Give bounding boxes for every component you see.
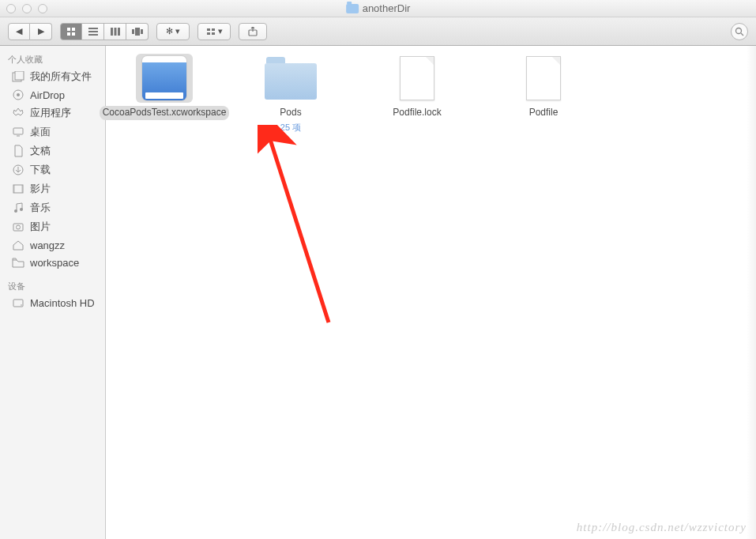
arrange-menu-button[interactable]: ▾	[197, 23, 231, 40]
svg-rect-12	[141, 29, 143, 34]
svg-rect-5	[88, 31, 98, 32]
svg-rect-21	[15, 71, 24, 80]
column-view-button[interactable]	[104, 23, 126, 40]
sidebar-item-home[interactable]: wangzz	[0, 236, 105, 254]
file-item-workspace[interactable]: CocoaPodsTest.xcworkspace	[117, 54, 212, 120]
sidebar-item-downloads[interactable]: 下载	[0, 160, 105, 179]
svg-point-33	[17, 225, 21, 229]
sidebar-item-label: 应用程序	[30, 106, 71, 120]
file-label: Pods	[276, 106, 304, 120]
svg-rect-7	[111, 28, 113, 36]
svg-rect-32	[13, 224, 23, 231]
apps-icon	[11, 107, 25, 119]
list-view-button[interactable]	[82, 23, 104, 40]
sidebar-item-label: workspace	[30, 257, 79, 269]
action-menu-button[interactable]: ✻ ▾	[156, 23, 190, 40]
svg-rect-0	[67, 28, 70, 31]
file-sub: 25 项	[280, 122, 301, 134]
document-icon	[389, 54, 446, 103]
icon-view-button[interactable]	[60, 23, 82, 40]
workspace-icon	[136, 54, 193, 103]
sidebar-item-label: 音乐	[30, 201, 51, 215]
svg-rect-29	[21, 185, 23, 193]
svg-rect-10	[132, 29, 134, 34]
nav-buttons: ◀ ▶	[8, 23, 52, 40]
svg-rect-9	[118, 28, 120, 36]
file-label: CocoaPodsTest.xcworkspace	[100, 106, 230, 120]
devices-header: 设备	[0, 277, 105, 294]
svg-rect-2	[67, 32, 70, 36]
sidebar-item-disk[interactable]: Macintosh HD	[0, 294, 105, 311]
back-button[interactable]: ◀	[8, 23, 30, 40]
zoom-button[interactable]	[38, 4, 47, 13]
document-icon	[515, 54, 572, 103]
sidebar-item-label: 桌面	[30, 125, 51, 139]
window-title: anotherDir	[346, 2, 411, 14]
sidebar-item-movies[interactable]: 影片	[0, 179, 105, 198]
file-item-pods[interactable]: Pods 25 项	[243, 54, 338, 134]
coverflow-view-button[interactable]	[126, 23, 149, 40]
svg-rect-15	[207, 32, 210, 35]
desktop-icon	[11, 126, 25, 138]
svg-rect-11	[135, 28, 140, 36]
search-button[interactable]	[731, 23, 748, 40]
movies-icon	[11, 183, 25, 195]
pictures-icon	[11, 220, 25, 233]
svg-point-35	[21, 304, 22, 306]
sidebar-item-label: 下载	[30, 163, 51, 177]
file-label: Podfile	[526, 106, 562, 120]
file-label: Podfile.lock	[389, 106, 444, 120]
sidebar-item-label: 文稿	[30, 144, 51, 158]
sidebar-item-apps[interactable]: 应用程序	[0, 104, 105, 122]
forward-button[interactable]: ▶	[30, 23, 52, 40]
sidebar-item-airdrop[interactable]: AirDrop	[0, 86, 105, 104]
svg-rect-1	[72, 28, 75, 31]
sidebar-item-all-files[interactable]: 我的所有文件	[0, 67, 105, 86]
titlebar: anotherDir	[0, 0, 756, 17]
watermark: http://blog.csdn.net/wzzvictory	[577, 521, 747, 534]
sidebar-item-label: 我的所有文件	[30, 70, 92, 84]
sidebar-item-music[interactable]: 音乐	[0, 198, 105, 217]
arrow-annotation	[258, 125, 352, 330]
sidebar-item-label: AirDrop	[30, 89, 65, 101]
svg-rect-14	[212, 28, 215, 31]
file-item-podfile-lock[interactable]: Podfile.lock	[370, 54, 465, 120]
file-item-podfile[interactable]: Podfile	[496, 54, 591, 120]
svg-point-18	[736, 28, 742, 33]
view-buttons	[60, 23, 149, 40]
window-title-text: anotherDir	[363, 2, 411, 14]
sidebar-item-documents[interactable]: 文稿	[0, 141, 105, 160]
sidebar-item-label: 影片	[30, 182, 51, 196]
svg-rect-16	[212, 32, 215, 35]
folder-icon	[346, 4, 359, 13]
airdrop-icon	[11, 89, 25, 101]
documents-icon	[11, 145, 25, 157]
svg-rect-28	[13, 185, 15, 193]
svg-rect-13	[207, 28, 210, 31]
sidebar-item-desktop[interactable]: 桌面	[0, 122, 105, 141]
minimize-button[interactable]	[22, 4, 32, 13]
downloads-icon	[11, 164, 25, 176]
share-button[interactable]	[239, 23, 267, 40]
favorites-header: 个人收藏	[0, 51, 105, 67]
sidebar-item-workspace[interactable]: workspace	[0, 254, 105, 271]
sidebar: 个人收藏 我的所有文件 AirDrop 应用程序 桌面 文稿 下载 影片	[0, 46, 106, 539]
folder-icon	[11, 256, 25, 269]
file-grid[interactable]: CocoaPodsTest.xcworkspace Pods 25 项 Podf…	[106, 46, 756, 539]
svg-rect-4	[88, 28, 98, 29]
all-files-icon	[11, 70, 25, 83]
svg-point-31	[20, 208, 23, 211]
home-icon	[11, 239, 25, 251]
svg-point-23	[17, 93, 20, 96]
svg-line-19	[741, 33, 743, 36]
music-icon	[11, 202, 25, 214]
sidebar-item-label: wangzz	[30, 239, 65, 251]
close-button[interactable]	[6, 4, 16, 13]
svg-rect-3	[72, 32, 75, 36]
folder-icon	[262, 54, 319, 103]
disk-icon	[11, 296, 25, 309]
traffic-lights	[0, 4, 47, 13]
sidebar-item-pictures[interactable]: 图片	[0, 217, 105, 236]
sidebar-item-label: Macintosh HD	[30, 297, 95, 309]
svg-point-30	[14, 209, 17, 213]
